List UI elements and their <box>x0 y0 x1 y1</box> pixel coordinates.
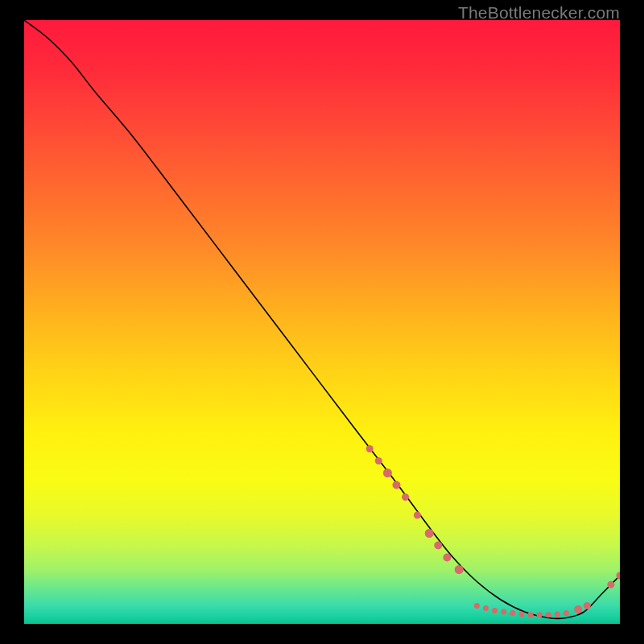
data-point <box>383 469 392 477</box>
data-point <box>414 512 421 519</box>
data-point <box>564 610 569 616</box>
data-point <box>425 529 434 538</box>
data-point <box>434 542 442 550</box>
curve-line <box>24 20 620 618</box>
data-point <box>375 457 382 464</box>
curve-svg <box>24 20 620 624</box>
data-point <box>528 612 534 617</box>
data-point <box>366 445 374 452</box>
data-point <box>518 612 524 617</box>
data-point <box>483 605 489 611</box>
data-points <box>366 445 620 617</box>
data-point <box>474 603 480 609</box>
data-point <box>492 608 497 613</box>
data-point <box>393 481 401 489</box>
plot-area <box>24 20 620 624</box>
data-point <box>546 612 551 617</box>
data-point <box>501 609 506 615</box>
data-point <box>510 610 515 616</box>
data-point <box>443 554 451 562</box>
data-point <box>607 581 614 588</box>
chart-container: TheBottlenecker.com <box>0 0 644 644</box>
data-point <box>574 605 582 613</box>
data-point <box>455 565 464 574</box>
data-point <box>555 612 560 617</box>
data-point <box>537 612 543 617</box>
data-point <box>402 493 409 501</box>
data-point <box>584 602 591 609</box>
